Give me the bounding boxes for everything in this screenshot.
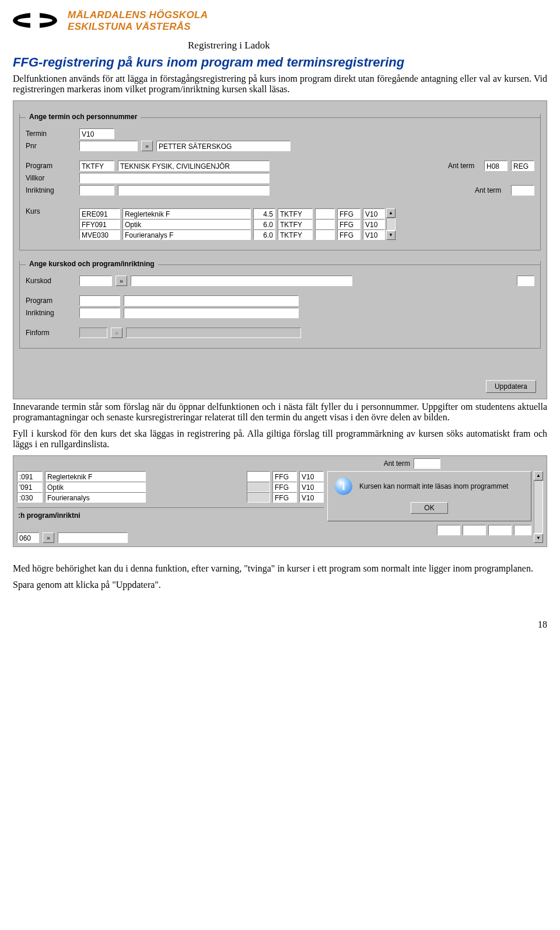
label-ant-term-1: Ant term — [448, 162, 481, 170]
scroll-up-icon[interactable]: ▲ — [386, 208, 396, 218]
scroll-down-icon[interactable]: ▼ — [386, 231, 396, 240]
crop-row: :091Reglerteknik F FFGV10 — [17, 471, 324, 482]
kurs-cell: MVE030 — [79, 229, 120, 240]
program2-name-field — [124, 295, 299, 306]
kurskod-field[interactable] — [79, 276, 112, 286]
kurs-cell: TKTFY — [278, 219, 313, 229]
label-ant-term-2: Ant term — [475, 186, 508, 194]
brand-line1: MÄLARDALENS HÖGSKOLA — [68, 9, 208, 21]
crop-kurs-list: :091Reglerteknik F FFGV10'091Optik FFGV1… — [17, 471, 324, 503]
kurs-cell — [315, 219, 335, 229]
page-number: 18 — [13, 619, 547, 630]
crop-cell: V10 — [299, 471, 324, 482]
villkor-field — [79, 173, 270, 183]
kurs-cell: V10 — [363, 208, 385, 219]
kurs-cell: V10 — [363, 229, 385, 240]
document-header: Registrering i Ladok — [188, 40, 547, 51]
group-legend-crop: :h program/inriktni — [17, 507, 324, 520]
pnr-name-field: PETTER SÄTERSKOG — [156, 141, 290, 151]
scroll-down-icon[interactable]: ▼ — [534, 534, 543, 543]
program2-code-field[interactable] — [79, 295, 120, 306]
label-inriktning: Inriktning — [26, 186, 76, 194]
label-termin: Termin — [26, 130, 76, 138]
inriktning2-code-field[interactable] — [79, 308, 120, 318]
crop-cell: V10 — [299, 492, 324, 503]
pnr-field[interactable] — [79, 141, 138, 151]
paragraph-1: Delfunktionen används för att lägga in f… — [13, 74, 547, 95]
group-termin-pnr: Ange termin och personnummer Termin V10 … — [19, 114, 541, 250]
inriktning-code-field — [79, 185, 114, 196]
kurs-cell: Optik — [123, 219, 251, 229]
ant-term-crop-field — [414, 458, 440, 469]
crop-cell: :030 — [17, 492, 43, 503]
label-kurskod: Kurskod — [26, 277, 76, 285]
kurs-cell: ERE091 — [79, 208, 120, 219]
kurs-cell — [315, 229, 335, 240]
crop-right-cell — [463, 525, 486, 535]
label-villkor: Villkor — [26, 174, 76, 182]
crop-name-field — [58, 532, 128, 543]
kurs-cell: Reglerteknik F — [123, 208, 251, 219]
label-kurs: Kurs — [26, 207, 76, 215]
kurs-cell: 6.0 — [253, 229, 275, 240]
kurs-cell: V10 — [363, 219, 385, 229]
ant-term-1-status: REG — [511, 161, 534, 171]
kurskod-lookup-button[interactable]: » — [116, 276, 127, 286]
kurs-cell: FFG — [337, 208, 360, 219]
section-heading: FFG-registrering på kurs inom program me… — [13, 55, 547, 70]
kurs-row: FFY091Optik6.0TKTFYFFGV10 — [79, 219, 385, 229]
crop-cell: :091 — [17, 471, 43, 482]
kurs-cell: FFG — [337, 229, 360, 240]
scroll-track[interactable] — [386, 218, 396, 231]
kurs-cell: Fourieranalys F — [123, 229, 251, 240]
crop-cell — [247, 482, 270, 492]
inriktning-name-field — [118, 185, 270, 196]
scroll-up-icon[interactable]: ▲ — [534, 471, 543, 480]
crop-code-field[interactable]: 060 — [17, 532, 39, 543]
paragraph-2: Innevarande termin står som förslag när … — [13, 402, 547, 423]
university-logo — [13, 9, 60, 36]
paragraph-5: Spara genom att klicka på "Uppdatera". — [13, 580, 547, 590]
label-ant-term-crop: Ant term — [384, 459, 410, 468]
crop-cell — [247, 471, 270, 482]
label-inriktning2: Inriktning — [26, 309, 76, 317]
crop-cell — [247, 492, 270, 503]
brand-line2: ESKILSTUNA VÄSTERÅS — [68, 21, 208, 33]
termin-field[interactable]: V10 — [79, 128, 114, 139]
crop-cell: FFG — [272, 482, 297, 492]
label-finform: Finform — [26, 329, 76, 337]
kurskod-extra-field — [517, 276, 534, 286]
crop-cell: V10 — [299, 482, 324, 492]
update-button[interactable]: Uppdatera — [486, 380, 536, 393]
pnr-lookup-button[interactable]: » — [141, 141, 153, 151]
kurs-cell — [315, 208, 335, 219]
finform-field — [79, 328, 107, 338]
crop-lookup-button[interactable]: » — [43, 532, 54, 543]
ant-term-1-field: H08 — [484, 161, 508, 171]
kurs-row: ERE091Reglerteknik F4.5TKTFYFFGV10 — [79, 208, 385, 219]
finform-lookup-button: » — [111, 328, 123, 338]
group-legend: Ange termin och personnummer — [26, 113, 141, 121]
label-program: Program — [26, 162, 76, 170]
kurs-list: ERE091Reglerteknik F4.5TKTFYFFGV10FFY091… — [79, 208, 385, 240]
crop-scrollbar[interactable]: ▲ ▼ — [534, 471, 543, 543]
program-name-field: TEKNISK FYSIK, CIVILINGENJÖR — [118, 161, 270, 171]
crop-cell: '091 — [17, 482, 43, 492]
group-legend: Ange kurskod och program/inriktning — [26, 260, 158, 268]
crop-cell: Reglerteknik F — [45, 471, 146, 482]
kurs-cell: FFY091 — [79, 219, 120, 229]
paragraph-4: Med högre behörighet kan du i denna funk… — [13, 563, 547, 574]
ladok-form-panel: Ange termin och personnummer Termin V10 … — [13, 100, 547, 399]
kurs-scrollbar[interactable]: ▲ ▼ — [386, 208, 396, 240]
crop-right-cell — [488, 525, 512, 535]
scroll-track[interactable] — [534, 480, 543, 534]
crop-cell: Optik — [45, 482, 146, 492]
inriktning2-name-field — [124, 308, 299, 318]
kurs-cell: TKTFY — [278, 229, 313, 240]
paragraph-3: Fyll i kurskod för den kurs det ska lägg… — [13, 429, 547, 450]
kurskod-name-field — [131, 276, 352, 286]
crop-row: :030Fourieranalys FFGV10 — [17, 492, 324, 503]
kurs-row: MVE030Fourieranalys F6.0TKTFYFFGV10 — [79, 229, 385, 240]
dialog-ok-button[interactable]: OK — [411, 502, 447, 514]
finform-name-field — [126, 328, 301, 338]
